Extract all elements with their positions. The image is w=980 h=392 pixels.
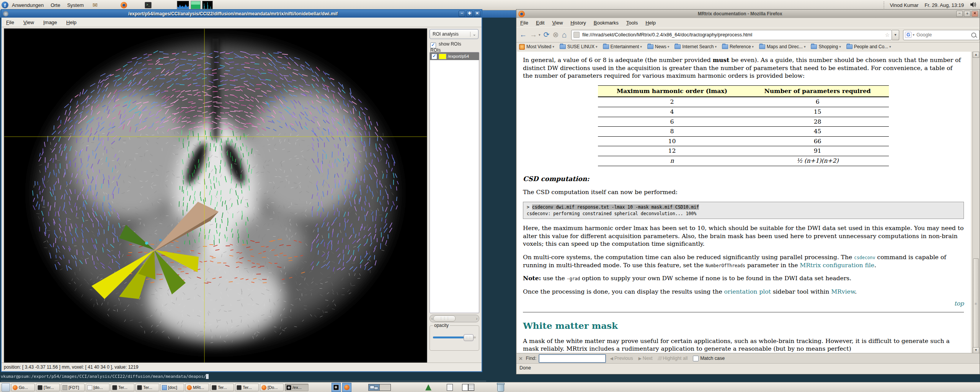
tray-firefox-icon[interactable] — [342, 383, 351, 392]
close-button[interactable]: ✕ — [972, 11, 978, 17]
search-magnifier-icon[interactable] — [971, 33, 976, 38]
scroll-left-icon[interactable]: ‹ — [431, 317, 433, 321]
task-button[interactable]: Ter... — [235, 384, 259, 391]
close-button[interactable]: ✕ — [474, 11, 480, 17]
roi-visible-checkbox[interactable]: ✓ — [431, 54, 437, 59]
bookmark-suse-linux[interactable]: SUSE LINUX▾ — [557, 44, 600, 49]
find-input[interactable] — [539, 354, 606, 363]
mail-launcher-icon[interactable]: ✉ — [93, 2, 98, 9]
url-input[interactable] — [581, 32, 883, 38]
bookmark-shopping[interactable]: Shopping▾ — [808, 44, 843, 49]
bookmark-news[interactable]: News▾ — [645, 44, 672, 49]
task-button[interactable]: [FDT] — [61, 384, 85, 391]
task-button[interactable]: Go... — [11, 384, 35, 391]
cpu-monitor-applet[interactable] — [177, 1, 189, 9]
reload-button[interactable]: ⟳ — [544, 30, 550, 40]
tool-selector-dropdown[interactable]: ROI analysis ⌄ — [430, 29, 479, 39]
document-viewport[interactable]: In general, a value of 6 or 8 is adequat… — [517, 52, 971, 353]
bookmark-internet-search[interactable]: Internet Search▾ — [672, 44, 719, 49]
bookmark-star-icon[interactable]: ☆ — [885, 32, 890, 38]
ff-menu-file[interactable]: File — [516, 20, 532, 26]
search-box[interactable]: G ▾ — [903, 30, 980, 40]
task-button[interactable]: Ter... — [111, 384, 134, 391]
firefox-titlebar[interactable]: MRtrix documentation - Mozilla Firefox –… — [516, 10, 980, 18]
roi-list[interactable]: ✓ /export/p54 — [430, 52, 479, 313]
highlight-all-button[interactable]: Highlight all — [658, 356, 688, 361]
mrview-menu-file[interactable]: File — [2, 20, 19, 25]
clock-applet[interactable]: Fr. 29. Aug, 13:19 — [921, 2, 967, 8]
search-input[interactable] — [916, 32, 970, 38]
history-dropdown-icon[interactable]: ▾ — [539, 33, 541, 37]
ff-menu-history[interactable]: History — [567, 20, 590, 26]
tray-mrview-icon[interactable] — [332, 383, 341, 392]
config-file-link[interactable]: MRtrix configuration file — [800, 262, 874, 269]
find-next-button[interactable]: ▶Next — [638, 356, 652, 361]
ff-menu-tools[interactable]: Tools — [622, 20, 642, 26]
ff-menu-bookmarks[interactable]: Bookmarks — [590, 20, 622, 26]
match-case-option[interactable]: ✓Match case — [693, 356, 725, 361]
brain-render-canvas[interactable] — [4, 28, 427, 364]
minimize-button[interactable]: – — [956, 11, 963, 17]
firefox-launcher-icon[interactable] — [121, 2, 127, 8]
task-button[interactable]: [doc] — [160, 384, 184, 391]
memory-monitor-applet[interactable] — [191, 1, 201, 9]
scroll-right-icon[interactable]: › — [476, 317, 477, 321]
bookmark-people[interactable]: People and Co...▾ — [844, 44, 894, 49]
task-button[interactable]: MRt... — [185, 384, 209, 391]
maximize-button[interactable]: ✚ — [466, 11, 473, 17]
dual-monitor-icon[interactable] — [462, 384, 475, 391]
menu-places[interactable]: Orte — [47, 0, 64, 10]
find-previous-button[interactable]: ◀Previous — [610, 356, 633, 361]
task-button[interactable]: Ter... — [136, 384, 159, 391]
mrview-menu-help[interactable]: Help — [62, 20, 81, 25]
task-button-active-mrview[interactable]: /ex... — [285, 384, 309, 391]
url-bar[interactable]: ☆ — [571, 30, 892, 40]
mrview-menu-image[interactable]: Image — [39, 20, 62, 25]
stop-button[interactable]: ⊗ — [552, 30, 559, 40]
ff-menu-edit[interactable]: Edit — [532, 20, 548, 26]
workspace-2[interactable] — [379, 384, 390, 390]
distro-menu-icon[interactable]: f — [2, 2, 8, 8]
ff-menu-help[interactable]: Help — [642, 20, 660, 26]
bookmark-most-visited[interactable]: Most Visited▾ — [516, 44, 557, 50]
close-findbar-icon[interactable]: ✕ — [519, 356, 523, 361]
user-switcher[interactable]: Vinod Kumar — [887, 2, 921, 8]
roi-list-hscrollbar[interactable]: ‹ ⋮⋮⋮ › — [430, 315, 479, 322]
terminal-window-sliver[interactable]: vkumar@psum:/export/p54/images/CCI/analy… — [1, 373, 486, 381]
task-button[interactable]: Ter... — [210, 384, 234, 391]
opacity-slider-handle[interactable]: ⋮⋮ — [464, 334, 474, 341]
forward-button[interactable]: → — [530, 30, 537, 40]
window-list-icon[interactable] — [447, 384, 453, 391]
bookmark-entertainment[interactable]: Entertainment▾ — [600, 44, 645, 49]
task-button[interactable]: [Do... — [260, 384, 284, 391]
home-button[interactable]: ⌂ — [562, 30, 567, 40]
bookmark-maps[interactable]: Maps and Direc...▾ — [756, 44, 808, 49]
workspace-switcher[interactable] — [368, 384, 391, 391]
trash-icon[interactable] — [497, 384, 504, 392]
workspace-1[interactable] — [369, 384, 379, 390]
scroll-up-icon[interactable]: ▲ — [973, 52, 979, 58]
mrview-link[interactable]: MRview — [831, 288, 855, 295]
opacity-slider[interactable]: ⋮⋮ — [433, 336, 476, 338]
ff-menu-view[interactable]: View — [548, 20, 567, 26]
roi-list-item[interactable]: ✓ /export/p54 — [430, 52, 479, 60]
engine-dropdown-icon[interactable]: ▾ — [913, 33, 915, 37]
network-monitor-applet[interactable] — [202, 1, 213, 9]
url-dropdown-button[interactable]: ▾ — [892, 30, 899, 40]
task-button[interactable]: [Ter... — [36, 384, 60, 391]
menu-applications[interactable]: Anwendungen — [8, 0, 47, 10]
vertical-scrollbar[interactable]: ▲ ▼ — [972, 52, 979, 353]
roi-color-swatch[interactable] — [439, 54, 446, 59]
maximize-button[interactable]: ＋ — [964, 11, 970, 17]
hscroll-thumb[interactable]: ⋮⋮⋮ — [433, 315, 456, 322]
top-link[interactable]: top — [523, 300, 964, 308]
tree-applet-icon[interactable] — [425, 384, 431, 390]
terminal-launcher-icon[interactable]: >_ — [145, 2, 152, 8]
mrview-titlebar[interactable]: /export/p54/images/CCI/analysis/CCI22/di… — [2, 10, 482, 18]
scrollbar-thumb[interactable] — [973, 258, 979, 354]
show-desktop-button[interactable] — [2, 383, 10, 392]
menu-system[interactable]: System — [64, 0, 87, 10]
minimize-button[interactable]: – — [459, 11, 465, 17]
task-button[interactable]: [do... — [86, 384, 109, 391]
volume-icon[interactable] — [970, 2, 977, 9]
